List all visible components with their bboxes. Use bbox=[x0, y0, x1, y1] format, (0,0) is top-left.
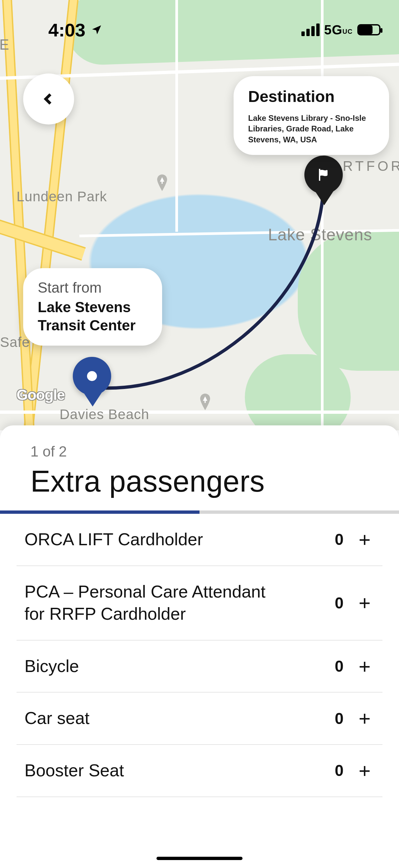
chevron-left-icon bbox=[42, 92, 56, 106]
passenger-count: 0 bbox=[333, 594, 345, 612]
battery-icon bbox=[357, 24, 380, 35]
map-park-shape bbox=[245, 354, 351, 430]
passenger-row: ORCA LIFT Cardholder0+ bbox=[16, 514, 383, 566]
passenger-count: 0 bbox=[333, 657, 345, 675]
passenger-row-label: Car seat bbox=[25, 707, 90, 730]
tree-poi-icon bbox=[156, 174, 169, 192]
passenger-row: Bicycle0+ bbox=[16, 641, 383, 693]
location-arrow-icon bbox=[91, 24, 103, 36]
increment-button[interactable]: + bbox=[355, 656, 374, 676]
increment-button[interactable]: + bbox=[355, 530, 374, 550]
progress-bar bbox=[0, 510, 399, 514]
back-button[interactable] bbox=[23, 73, 74, 124]
page-title: Extra passengers bbox=[0, 460, 399, 510]
increment-button[interactable]: + bbox=[355, 593, 374, 613]
status-time: 4:03 bbox=[48, 19, 86, 41]
increment-button[interactable]: + bbox=[355, 708, 374, 728]
origin-pin-icon[interactable] bbox=[73, 357, 112, 406]
home-indicator[interactable] bbox=[157, 857, 242, 860]
destination-pin-icon[interactable] bbox=[304, 156, 344, 205]
passenger-row: Car seat0+ bbox=[16, 692, 383, 745]
status-bar: 4:03 5GUC bbox=[0, 0, 399, 53]
passenger-row-label: Bicycle bbox=[25, 655, 79, 678]
map-label-safe: Safe bbox=[0, 334, 30, 350]
map-label-lundeen: Lundeen Park bbox=[16, 189, 107, 205]
passenger-row: Booster Seat0+ bbox=[16, 745, 383, 797]
tree-poi-icon bbox=[199, 393, 212, 411]
increment-button[interactable]: + bbox=[355, 761, 374, 781]
map-background[interactable]: DGE Lundeen Park Safe Lake Stevens ARTFO… bbox=[0, 0, 399, 430]
bottom-sheet: 1 of 2 Extra passengers ORCA LIFT Cardho… bbox=[0, 425, 399, 868]
passenger-count: 0 bbox=[333, 530, 345, 549]
origin-callout[interactable]: Start from Lake Stevens Transit Center bbox=[23, 268, 162, 346]
map-park-shape bbox=[298, 232, 399, 371]
destination-callout-name: Lake Stevens Library - Sno-Isle Librarie… bbox=[248, 113, 374, 145]
passenger-row-label: PCA – Personal Care Attendant for RRFP C… bbox=[25, 581, 282, 625]
origin-callout-name: Lake Stevens Transit Center bbox=[38, 298, 147, 334]
passenger-count: 0 bbox=[333, 709, 345, 727]
step-indicator: 1 of 2 bbox=[0, 443, 399, 460]
destination-callout[interactable]: Destination Lake Stevens Library - Sno-I… bbox=[234, 76, 389, 155]
progress-fill bbox=[0, 510, 199, 514]
origin-callout-heading: Start from bbox=[38, 279, 147, 296]
passenger-count: 0 bbox=[333, 762, 345, 780]
passenger-row-label: ORCA LIFT Cardholder bbox=[25, 528, 203, 551]
google-logo: Google bbox=[16, 387, 65, 403]
network-type: 5GUC bbox=[324, 23, 353, 37]
passenger-row: PCA – Personal Care Attendant for RRFP C… bbox=[16, 566, 383, 641]
map-label-lakestevens: Lake Stevens bbox=[268, 225, 372, 244]
map-road bbox=[321, 0, 324, 430]
passenger-row-label: Booster Seat bbox=[25, 760, 124, 782]
map-label-davies: Davies Beach bbox=[60, 406, 149, 423]
map-highway bbox=[1, 0, 35, 430]
destination-callout-heading: Destination bbox=[248, 87, 374, 105]
signal-strength-icon bbox=[301, 24, 320, 36]
